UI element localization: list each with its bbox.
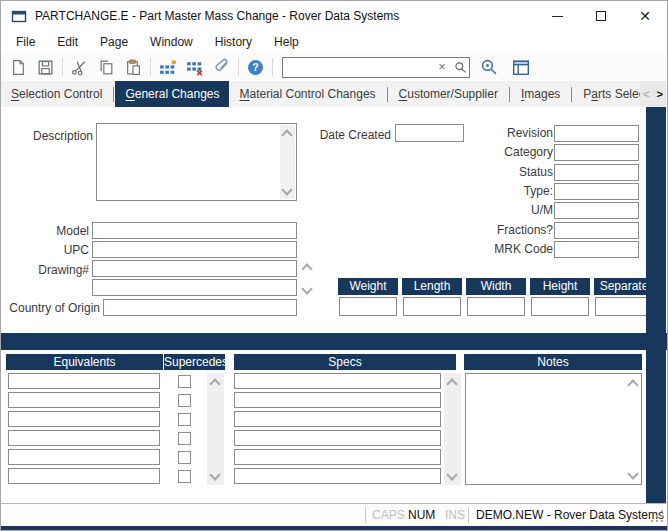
close-button[interactable]: ✕ [623,1,667,31]
revision-input[interactable] [554,125,639,142]
form-layout-icon[interactable] [508,56,533,79]
spec-input-1[interactable] [234,373,441,389]
supercedes-checkbox-3[interactable] [178,413,191,426]
tab-strip: Selection Control General Changes Materi… [1,81,667,107]
scroll-up-icon[interactable] [209,377,221,387]
separate-input[interactable] [595,297,653,316]
save-icon[interactable] [33,56,58,79]
status-bar: CAPS NUM INS DEMO.NEW - Rover Data Syste… [1,503,667,526]
equivalent-input-2[interactable] [8,392,160,408]
drawing-scroll-down-icon[interactable] [301,285,313,295]
spec-input-6[interactable] [234,468,441,484]
equivalents-scrollbar[interactable] [207,373,224,485]
model-input[interactable] [92,222,297,239]
svg-text:?: ? [252,61,258,73]
tab-separator [509,87,510,102]
tab-scroll-right-icon[interactable]: > [657,88,663,100]
spec-input-4[interactable] [234,430,441,446]
scroll-up-icon[interactable] [627,378,639,388]
country-of-origin-input[interactable] [103,299,297,316]
drawing-input-2[interactable] [92,279,297,296]
toolbar-search: × [282,57,470,78]
spec-input-5[interactable] [234,449,441,465]
search-icon[interactable] [451,58,469,77]
category-input[interactable] [554,144,639,161]
upc-input[interactable] [92,241,297,258]
menu-window[interactable]: Window [139,32,204,52]
equivalent-input-6[interactable] [8,468,160,484]
cut-icon[interactable] [67,56,92,79]
um-input[interactable] [554,202,639,219]
tab-selection-control[interactable]: Selection Control [1,81,112,107]
scroll-down-icon[interactable] [281,186,293,196]
minimize-icon [552,16,563,17]
tab-customer-supplier[interactable]: Customer/Supplier [389,81,508,107]
weight-input[interactable] [339,297,397,316]
delete-rows-icon[interactable] [182,56,207,79]
find-records-icon[interactable] [477,56,502,79]
status-label: Status [441,165,553,180]
scroll-down-icon[interactable] [446,471,458,481]
description-field-frame [96,123,297,201]
spec-input-2[interactable] [234,392,441,408]
length-input[interactable] [403,297,461,316]
spec-input-3[interactable] [234,411,441,427]
specs-scrollbar[interactable] [444,373,461,485]
menu-bar: File Edit Page Window History Help [1,31,667,53]
copy-icon[interactable] [94,56,119,79]
equivalent-input-4[interactable] [8,430,160,446]
type-input[interactable] [554,183,639,200]
menu-help[interactable]: Help [263,32,310,52]
maximize-button[interactable] [579,1,623,31]
drawing-input-1[interactable] [92,260,297,277]
height-input[interactable] [531,297,589,316]
scroll-down-icon[interactable] [209,471,221,481]
attachment-icon[interactable] [209,56,234,79]
equivalents-header: Equivalents [6,354,163,370]
supercedes-checkbox-4[interactable] [178,432,191,445]
new-document-icon[interactable] [6,56,31,79]
supercedes-header: Supercedes [164,354,225,370]
equivalent-input-1[interactable] [8,373,160,389]
insert-rows-icon[interactable] [155,56,180,79]
tab-material-control-changes[interactable]: Material Control Changes [229,81,385,107]
description-textarea[interactable] [97,124,296,200]
mrk-code-input[interactable] [554,241,639,258]
tab-general-changes[interactable]: General Changes [115,81,229,107]
paste-icon[interactable] [121,56,146,79]
equivalent-input-3[interactable] [8,411,160,427]
equivalent-input-5[interactable] [8,449,160,465]
menu-page[interactable]: Page [89,32,139,52]
supercedes-checkbox-1[interactable] [178,375,191,388]
toolbar-separator [238,58,239,76]
description-scrollbar[interactable] [280,125,295,199]
menu-edit[interactable]: Edit [46,32,89,52]
supercedes-checkbox-2[interactable] [178,394,191,407]
help-icon[interactable]: ? [243,56,268,79]
clear-search-icon[interactable]: × [433,58,451,77]
status-input[interactable] [554,164,639,181]
separate-header: Separate [594,278,654,295]
resize-grip[interactable] [650,509,664,523]
scroll-down-icon[interactable] [627,470,639,480]
tab-images[interactable]: Images [511,81,570,107]
account-context: DEMO.NEW - Rover Data Systems [476,508,664,522]
drawing-scroll-up-icon[interactable] [301,262,313,272]
minimize-button[interactable] [535,1,579,31]
menu-history[interactable]: History [204,32,263,52]
notes-textarea[interactable] [466,374,641,484]
menu-file[interactable]: File [5,32,46,52]
title-bar: PARTCHANGE.E - Part Master Mass Change -… [1,1,667,31]
section-divider-band [1,333,668,350]
supercedes-checkbox-6[interactable] [178,470,191,483]
width-input[interactable] [467,297,525,316]
scroll-up-icon[interactable] [446,377,458,387]
window-bottom-edge [1,526,667,531]
general-changes-panel: Description Date Created Revision Catego… [1,107,668,503]
fractions-label: Fractions? [441,223,553,238]
supercedes-checkbox-5[interactable] [178,451,191,464]
scroll-up-icon[interactable] [281,128,293,138]
search-input[interactable] [283,60,433,74]
tab-scroll-left-icon[interactable]: < [643,88,649,100]
fractions-input[interactable] [554,222,639,239]
